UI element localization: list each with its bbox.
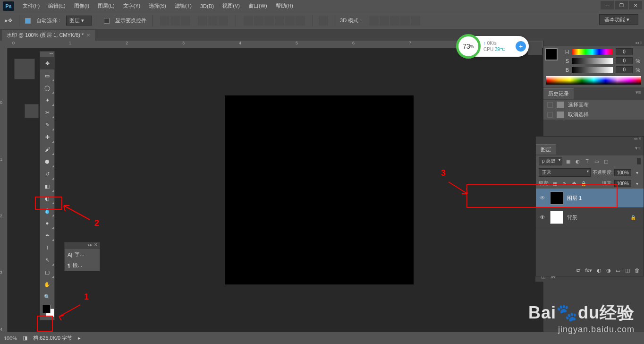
maximize-button[interactable]: ❐ bbox=[615, 1, 628, 9]
lasso-tool[interactable]: ◯ bbox=[40, 82, 54, 94]
hue-value[interactable]: 0 bbox=[616, 48, 633, 55]
brightness-slider[interactable] bbox=[572, 67, 613, 73]
distribute-4-icon[interactable] bbox=[275, 16, 284, 26]
expand-icon[interactable]: ◨ bbox=[23, 335, 27, 341]
type-tool[interactable]: T bbox=[40, 241, 54, 254]
filter-smart-icon[interactable]: ◫ bbox=[602, 157, 610, 165]
gradient-tool[interactable]: ◐ bbox=[40, 192, 54, 205]
layer-thumbnail[interactable] bbox=[550, 211, 563, 224]
move-tool-icon[interactable]: ▸✥ bbox=[4, 16, 13, 26]
move-tool[interactable]: ✥ bbox=[40, 57, 54, 69]
ruler-vertical[interactable]: 0 1 2 3 4 bbox=[0, 48, 8, 332]
distribute-3-icon[interactable] bbox=[264, 16, 274, 26]
pan-icon[interactable] bbox=[390, 16, 399, 26]
doc-info[interactable]: 档:625.0K/0 字节 bbox=[33, 335, 72, 342]
orbit-icon[interactable] bbox=[369, 16, 379, 26]
menu-edit[interactable]: 编辑(E) bbox=[44, 1, 69, 11]
history-brush-tool[interactable]: ↺ bbox=[40, 168, 54, 180]
heal-tool[interactable]: ✚ bbox=[40, 131, 54, 143]
cpu-monitor-widget[interactable]: 73% ↑ 0K/s CPU 39℃ + bbox=[458, 36, 529, 57]
close-button[interactable]: ✕ bbox=[629, 1, 642, 9]
align-bottom-icon[interactable] bbox=[181, 16, 190, 26]
layer-name[interactable]: 图层 1 bbox=[567, 195, 582, 202]
menu-type[interactable]: 文字(Y) bbox=[119, 1, 144, 11]
kind-dropdown[interactable]: ρ 类型 bbox=[539, 157, 562, 165]
panel-collapse-icon[interactable]: ◂◂ ✕ bbox=[536, 137, 644, 143]
visibility-icon[interactable]: 👁 bbox=[540, 214, 546, 221]
align-top-icon[interactable] bbox=[160, 16, 169, 26]
wand-tool[interactable]: ✦ bbox=[40, 94, 54, 106]
close-icon[interactable]: ✕ bbox=[86, 33, 90, 38]
document-tab[interactable]: 水印 @ 100% (图层 1, CMYK/8) * ✕ bbox=[2, 30, 95, 41]
layer-thumbnail[interactable] bbox=[550, 191, 563, 205]
visibility-icon[interactable]: 👁 bbox=[540, 195, 546, 201]
canvas-workspace[interactable] bbox=[8, 48, 543, 332]
saturation-value[interactable]: 0 bbox=[616, 57, 633, 64]
auto-align-icon[interactable] bbox=[319, 16, 328, 26]
menu-help[interactable]: 帮助(H) bbox=[272, 1, 297, 11]
menu-filter[interactable]: 滤镜(T) bbox=[171, 1, 195, 11]
minimize-button[interactable]: — bbox=[601, 1, 614, 9]
layers-tab[interactable]: 图层 bbox=[536, 144, 556, 155]
color-spectrum[interactable] bbox=[546, 76, 641, 85]
panel-menu-icon[interactable]: ▾≡ bbox=[633, 88, 644, 96]
zoom-tool[interactable]: 🔍 bbox=[40, 291, 54, 303]
group-icon[interactable]: ▭ bbox=[616, 267, 620, 274]
panel-collapse-icon[interactable]: ▸▸ ✕ bbox=[65, 242, 100, 249]
zoom-level[interactable]: 100% bbox=[4, 335, 17, 341]
show-transform-checkbox[interactable] bbox=[104, 18, 110, 24]
panel-menu-icon[interactable]: ◂◂ ≡ bbox=[543, 41, 644, 46]
zoom-3d-icon[interactable] bbox=[411, 16, 420, 26]
crop-tool[interactable]: ✂ bbox=[40, 106, 54, 119]
delete-icon[interactable]: 🗑 bbox=[635, 267, 640, 274]
history-tab[interactable]: 历史记录 bbox=[543, 88, 574, 99]
collapsed-panel-1[interactable] bbox=[14, 59, 35, 79]
menu-view[interactable]: 视图(V) bbox=[219, 1, 244, 11]
slide-icon[interactable] bbox=[400, 16, 410, 26]
menu-window[interactable]: 窗口(W) bbox=[245, 1, 271, 11]
layer-fx-icon[interactable]: fx▾ bbox=[585, 267, 592, 274]
menu-image[interactable]: 图像(I) bbox=[70, 1, 93, 11]
lock-paint-icon[interactable]: ✎ bbox=[561, 180, 568, 187]
saturation-slider[interactable] bbox=[572, 58, 613, 64]
stamp-tool[interactable]: ⬢ bbox=[40, 155, 54, 168]
lock-pixels-icon[interactable]: ▦ bbox=[551, 180, 559, 187]
filter-adjust-icon[interactable]: ◐ bbox=[574, 157, 581, 165]
distribute-6-icon[interactable] bbox=[296, 16, 305, 26]
dodge-tool[interactable]: ● bbox=[40, 217, 54, 229]
auto-select-checkbox[interactable] bbox=[25, 18, 31, 24]
path-tool[interactable]: ↖ bbox=[40, 254, 54, 266]
menu-file[interactable]: 文件(F) bbox=[19, 1, 43, 11]
distribute-1-icon[interactable] bbox=[244, 16, 253, 26]
new-layer-icon[interactable]: ◫ bbox=[625, 267, 630, 274]
eyedropper-tool[interactable]: ✎ bbox=[40, 119, 54, 131]
collapsed-dock[interactable] bbox=[528, 42, 542, 55]
chevron-down-icon[interactable]: ▾ bbox=[633, 180, 641, 187]
menu-layer[interactable]: 图层(L) bbox=[94, 1, 118, 11]
filter-shape-icon[interactable]: ▭ bbox=[593, 157, 600, 165]
opacity-input[interactable]: 100% bbox=[614, 169, 631, 176]
collapsed-panel-2[interactable] bbox=[25, 104, 39, 118]
layer-item[interactable]: 👁 图层 1 bbox=[536, 189, 644, 208]
align-right-icon[interactable] bbox=[219, 16, 228, 26]
chevron-right-icon[interactable]: ▸ bbox=[78, 335, 81, 341]
color-well[interactable] bbox=[545, 48, 558, 60]
layer-name[interactable]: 背景 bbox=[567, 214, 577, 221]
align-hcenter-icon[interactable] bbox=[208, 16, 218, 26]
hue-slider[interactable] bbox=[572, 49, 613, 55]
distribute-2-icon[interactable] bbox=[254, 16, 263, 26]
paragraph-button[interactable]: ¶段... bbox=[65, 260, 100, 271]
history-item[interactable]: 取消选择 bbox=[543, 110, 644, 120]
fill-input[interactable]: 100% bbox=[614, 180, 631, 187]
roll-icon[interactable] bbox=[380, 16, 389, 26]
auto-select-dropdown[interactable]: 图层 ▾ bbox=[66, 16, 92, 26]
brightness-value[interactable]: 0 bbox=[616, 66, 633, 73]
layer-item[interactable]: 👁 背景 🔒 bbox=[536, 208, 644, 227]
plus-icon[interactable]: + bbox=[516, 41, 526, 52]
align-left-icon[interactable] bbox=[198, 16, 207, 26]
canvas[interactable] bbox=[225, 95, 414, 284]
shape-tool[interactable]: ▢ bbox=[40, 266, 54, 278]
filter-pixel-icon[interactable]: ▦ bbox=[564, 157, 572, 165]
panel-menu-icon[interactable]: ▾≡ bbox=[632, 144, 644, 152]
hand-tool[interactable]: ✋ bbox=[40, 278, 54, 291]
